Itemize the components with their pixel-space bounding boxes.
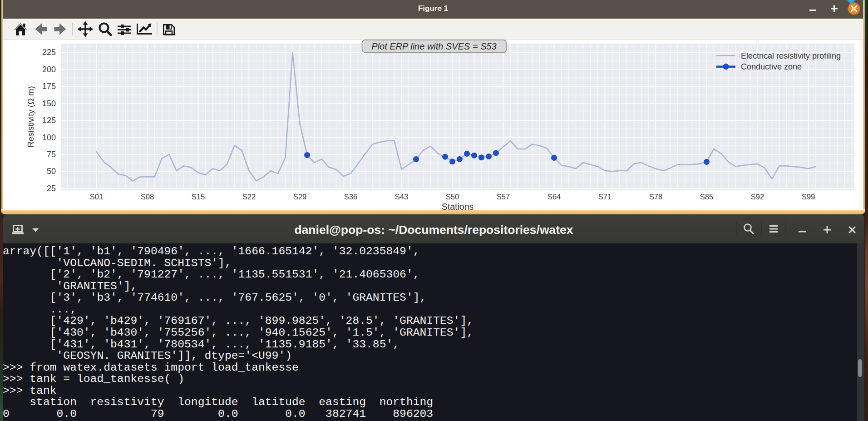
svg-text:S85: S85 bbox=[700, 193, 714, 201]
svg-text:S92: S92 bbox=[751, 193, 764, 201]
svg-text:Stations: Stations bbox=[442, 202, 474, 210]
svg-text:S36: S36 bbox=[344, 193, 358, 201]
svg-text:200: 200 bbox=[42, 65, 56, 74]
svg-text:Conductive zone: Conductive zone bbox=[741, 62, 802, 71]
svg-text:175: 175 bbox=[42, 82, 56, 91]
svg-text:S57: S57 bbox=[497, 193, 510, 201]
svg-text:S99: S99 bbox=[802, 193, 815, 201]
svg-text:S29: S29 bbox=[293, 193, 307, 201]
svg-text:Electrical resistivity profili: Electrical resistivity profiling bbox=[741, 51, 841, 60]
svg-text:225: 225 bbox=[42, 48, 56, 57]
svg-text:25: 25 bbox=[47, 184, 56, 193]
svg-text:S50: S50 bbox=[446, 193, 459, 201]
svg-text:S15: S15 bbox=[192, 193, 205, 201]
svg-text:S78: S78 bbox=[649, 193, 663, 201]
svg-text:150: 150 bbox=[42, 99, 56, 108]
svg-text:S01: S01 bbox=[90, 193, 104, 201]
svg-text:50: 50 bbox=[47, 167, 56, 176]
svg-text:Plot ERP line with SVES = S53: Plot ERP line with SVES = S53 bbox=[371, 41, 497, 51]
svg-text:S08: S08 bbox=[141, 193, 154, 201]
svg-text:100: 100 bbox=[42, 133, 56, 142]
svg-text:75: 75 bbox=[47, 150, 56, 159]
svg-text:S71: S71 bbox=[598, 193, 612, 201]
svg-text:Resistivity (Ω.m): Resistivity (Ω.m) bbox=[26, 86, 35, 147]
svg-text:S43: S43 bbox=[395, 193, 409, 201]
svg-text:125: 125 bbox=[42, 116, 56, 125]
svg-text:S64: S64 bbox=[547, 193, 561, 201]
svg-text:S22: S22 bbox=[242, 193, 256, 201]
